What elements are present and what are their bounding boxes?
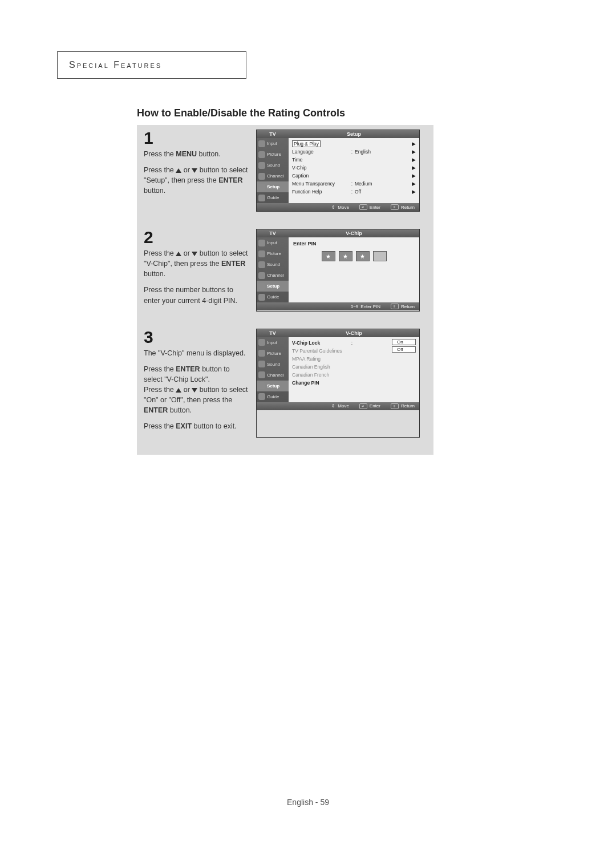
- channel-icon: [258, 173, 265, 180]
- pin-digit: ★: [322, 251, 335, 261]
- move-arrows-icon: ⇕: [331, 205, 335, 210]
- input-icon: [258, 140, 265, 147]
- input-icon: [258, 240, 265, 246]
- osd-main-panel: Plug & Play▶ Language:English▶ Time▶ V-C…: [289, 138, 419, 203]
- pin-digit: ★: [356, 251, 370, 261]
- step-1: 1 Press the MENU button. Press the or bu…: [144, 130, 427, 212]
- channel-icon: [258, 371, 265, 378]
- input-icon: [258, 339, 265, 346]
- content-area: 1 Press the MENU button. Press the or bu…: [137, 125, 433, 455]
- step-number: 1: [144, 130, 249, 147]
- picture-icon: [258, 151, 265, 158]
- osd-header: TV Setup: [257, 130, 419, 138]
- up-arrow-icon: [176, 388, 181, 393]
- pin-digit: [373, 251, 387, 261]
- step-2: 2 Press the or button to select "V-Chip"…: [144, 229, 427, 312]
- step-1-text-col: 1 Press the MENU button. Press the or bu…: [144, 130, 249, 212]
- step-number: 3: [144, 329, 249, 346]
- option-on: On: [392, 339, 416, 345]
- enter-key-icon: ↵: [359, 204, 367, 210]
- sound-icon: [258, 361, 265, 367]
- vchip-lock-options: On Off: [392, 339, 416, 353]
- osd-vchip-menu: TV V-Chip Input Picture Sound Channel Se…: [256, 329, 420, 438]
- up-arrow-icon: [176, 252, 181, 256]
- step-3-text: The "V-Chip" menu is displayed. Press th…: [144, 348, 249, 432]
- step-3-text-col: 3 The "V-Chip" menu is displayed. Press …: [144, 329, 249, 438]
- down-arrow-icon: [192, 168, 197, 173]
- setup-icon: [258, 184, 265, 191]
- return-key-icon: Ⅱ: [391, 204, 399, 210]
- guide-icon: [258, 195, 265, 201]
- chapter-heading: Special Features: [69, 60, 162, 70]
- osd-footer: ⇕Move ↵Enter ⅡReturn: [257, 203, 419, 211]
- step-1-text: Press the MENU button. Press the or butt…: [144, 149, 249, 196]
- osd-setup-menu: TV Setup Input Picture Sound Channel Set…: [256, 130, 420, 212]
- step-2-text: Press the or button to select "V-Chip", …: [144, 248, 249, 306]
- down-arrow-icon: [192, 388, 197, 393]
- step-3: 3 The "V-Chip" menu is displayed. Press …: [144, 329, 427, 438]
- picture-icon: [258, 350, 265, 357]
- guide-icon: [258, 393, 265, 400]
- option-off: Off: [392, 346, 416, 353]
- return-key-icon: Ⅱ: [391, 304, 399, 309]
- section-title: How to Enable/Disable the Rating Control…: [137, 107, 542, 119]
- osd-sidebar: Input Picture Sound Channel Setup Guide: [257, 138, 289, 203]
- enter-key-icon: ↵: [359, 403, 367, 409]
- enter-pin-label: Enter PIN: [293, 241, 415, 246]
- step-2-text-col: 2 Press the or button to select "V-Chip"…: [144, 229, 249, 312]
- manual-page: Special Features How to Enable/Disable t…: [0, 0, 616, 841]
- step-number: 2: [144, 229, 249, 246]
- page-footer: English - 59: [0, 798, 616, 807]
- channel-icon: [258, 272, 265, 279]
- pin-digit: ★: [339, 251, 352, 261]
- chapter-heading-box: Special Features: [57, 51, 246, 79]
- setup-icon: [258, 283, 265, 290]
- picture-icon: [258, 250, 265, 257]
- setup-icon: [258, 382, 265, 389]
- sound-icon: [258, 261, 265, 268]
- move-arrows-icon: ⇕: [331, 403, 335, 409]
- return-key-icon: Ⅱ: [391, 403, 399, 409]
- down-arrow-icon: [192, 252, 197, 256]
- sound-icon: [258, 162, 265, 169]
- osd-pin-menu: TV V-Chip Input Picture Sound Channel Se…: [256, 229, 420, 312]
- up-arrow-icon: [176, 168, 181, 173]
- pin-input-row: ★ ★ ★: [293, 251, 415, 261]
- guide-icon: [258, 294, 265, 301]
